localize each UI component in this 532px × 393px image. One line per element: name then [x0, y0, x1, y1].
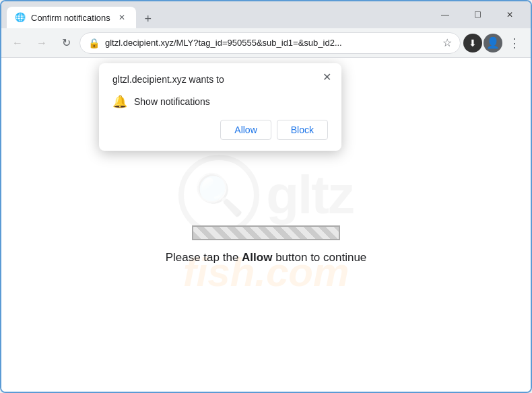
progress-stripe [193, 227, 339, 239]
menu-button[interactable]: ⋮ [504, 32, 525, 54]
forward-icon: → [36, 37, 47, 49]
download-button[interactable]: ⬇ [463, 34, 482, 52]
browser-window: 🌐 Confirm notifications ✕ + — ☐ ✕ ← → ↻ … [0, 0, 532, 393]
watermark-search-icon: 🔍 [194, 171, 244, 219]
tab-title: Confirm notifications [31, 13, 110, 23]
reload-button[interactable]: ↻ [55, 32, 77, 54]
permission-text: Show notifications [134, 96, 210, 107]
page-message: Please tap the Allow button to continue [166, 251, 367, 264]
back-button[interactable]: ← [7, 32, 28, 54]
allow-button[interactable]: Allow [220, 120, 271, 140]
page-content: 🔍 gltz fish.com ✕ gltzl.decipient.xyz wa… [1, 58, 531, 392]
bookmark-icon[interactable]: ☆ [442, 36, 452, 49]
address-bar[interactable]: 🔒 gltzl.decipient.xyz/MLY?tag_id=950555&… [79, 32, 461, 54]
watermark-text: gltz [266, 164, 354, 226]
lock-icon: 🔒 [88, 38, 100, 48]
download-icon: ⬇ [469, 38, 477, 48]
toolbar: ← → ↻ 🔒 gltzl.decipient.xyz/MLY?tag_id=9… [1, 28, 531, 58]
notification-popup: ✕ gltzl.decipient.xyz wants to 🔔 Show no… [99, 63, 341, 151]
title-bar: 🌐 Confirm notifications ✕ + — ☐ ✕ [1, 1, 531, 28]
browser-tab[interactable]: 🌐 Confirm notifications ✕ [7, 7, 136, 28]
tab-favicon: 🌐 [15, 12, 26, 23]
minimize-button[interactable]: — [430, 4, 461, 26]
block-button[interactable]: Block [277, 120, 328, 140]
popup-title: gltzl.decipient.xyz wants to [112, 74, 328, 85]
bell-icon: 🔔 [112, 94, 127, 109]
tab-close-button[interactable]: ✕ [116, 11, 128, 24]
maximize-button[interactable]: ☐ [462, 4, 493, 26]
popup-permission: 🔔 Show notifications [112, 94, 328, 109]
close-button[interactable]: ✕ [494, 4, 525, 26]
progress-bar [192, 225, 340, 240]
reload-icon: ↻ [62, 36, 71, 49]
more-options-icon: ⋮ [508, 36, 521, 50]
popup-actions: Allow Block [112, 120, 328, 140]
watermark-search-circle: 🔍 [178, 155, 259, 236]
forward-button[interactable]: → [31, 32, 53, 54]
message-prefix: Please tap the [166, 251, 242, 264]
tab-area: 🌐 Confirm notifications ✕ + [7, 1, 427, 28]
popup-close-button[interactable]: ✕ [320, 70, 333, 83]
message-bold: Allow [242, 251, 272, 264]
window-controls: — ☐ ✕ [430, 4, 525, 26]
profile-button[interactable]: 👤 [484, 34, 502, 52]
profile-icon: 👤 [486, 36, 500, 49]
message-suffix: button to continue [272, 251, 366, 264]
back-icon: ← [12, 37, 23, 49]
toolbar-actions: ⬇ 👤 ⋮ [463, 32, 525, 54]
page-center: Please tap the Allow button to continue [166, 225, 367, 264]
address-text: gltzl.decipient.xyz/MLY?tag_id=950555&su… [105, 38, 437, 48]
new-tab-button[interactable]: + [139, 9, 158, 28]
watermark-top: 🔍 gltz [178, 155, 354, 236]
